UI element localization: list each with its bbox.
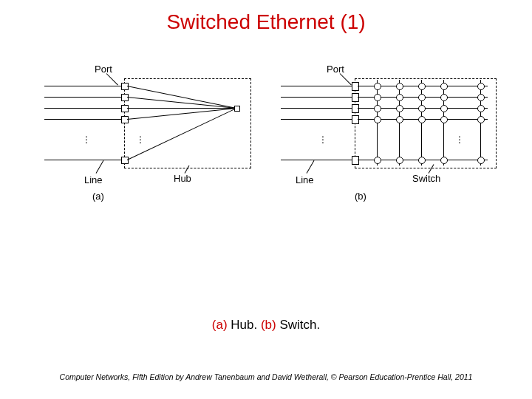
xpt bbox=[477, 105, 485, 112]
diagram-area: Port Line Hub (a) ··· ··· bbox=[0, 64, 532, 226]
xpt bbox=[396, 83, 403, 90]
caption: (a) Hub. (b) Switch. bbox=[0, 318, 532, 332]
xpt bbox=[396, 157, 403, 164]
switch-label: Switch bbox=[412, 173, 440, 184]
caption-b-prefix: (b) bbox=[261, 318, 276, 332]
line-4-ext bbox=[44, 119, 124, 120]
subfig-a-label: (a) bbox=[92, 191, 104, 202]
switch-body bbox=[355, 78, 497, 168]
xpt bbox=[396, 94, 403, 101]
line-pointer-b bbox=[307, 160, 315, 174]
port-pointer-b bbox=[340, 73, 352, 85]
line-3-inner bbox=[127, 108, 236, 109]
hub-apex bbox=[234, 106, 240, 112]
bport-1 bbox=[352, 82, 359, 91]
diagram-hub: Port Line Hub (a) ··· ··· bbox=[44, 64, 266, 211]
xpt bbox=[477, 83, 485, 90]
slide-title: Switched Ethernet (1) bbox=[0, 10, 532, 34]
xpt bbox=[396, 105, 403, 112]
caption-a-prefix: (a) bbox=[212, 318, 228, 332]
xpt bbox=[440, 116, 448, 123]
port-pointer bbox=[106, 73, 118, 85]
footer-citation: Computer Networks, Fifth Edition by Andr… bbox=[0, 372, 532, 381]
bport-2 bbox=[352, 93, 359, 102]
dots-outer-b: ··· bbox=[321, 134, 324, 143]
xpt bbox=[418, 116, 426, 123]
line-3-ext bbox=[44, 108, 124, 109]
xpt bbox=[477, 157, 485, 164]
bline-2-ext bbox=[281, 97, 355, 98]
port-3 bbox=[121, 105, 129, 112]
subfig-b-label: (b) bbox=[355, 191, 366, 202]
xpt bbox=[418, 83, 426, 90]
xpt bbox=[374, 116, 381, 123]
caption-a-text: Hub. bbox=[228, 318, 261, 332]
port-5 bbox=[121, 157, 129, 164]
xpt bbox=[374, 83, 381, 90]
dots-outer-a: ··· bbox=[85, 134, 88, 143]
xpt bbox=[374, 94, 381, 101]
line-pointer-a bbox=[96, 160, 104, 174]
diagram-switch: Port Line Switch (b) bbox=[281, 64, 517, 211]
xpt bbox=[477, 94, 485, 101]
caption-b-text: Switch. bbox=[276, 318, 321, 332]
line-1-ext bbox=[44, 86, 124, 86]
line-2-ext bbox=[44, 97, 124, 98]
xpt bbox=[477, 116, 485, 123]
xpt bbox=[396, 116, 403, 123]
bport-3 bbox=[352, 104, 359, 113]
bport-5 bbox=[352, 156, 359, 165]
line-label: Line bbox=[84, 174, 103, 185]
port-4 bbox=[121, 116, 129, 123]
xpt bbox=[418, 157, 426, 164]
xpt bbox=[418, 94, 426, 101]
port-label: Port bbox=[95, 64, 112, 75]
xpt bbox=[440, 83, 448, 90]
hub-body bbox=[124, 78, 251, 168]
xpt bbox=[440, 94, 448, 101]
dots-inner-a: ··· bbox=[139, 134, 142, 143]
bline-5-ext bbox=[281, 160, 355, 160]
dots-cols-b: ··· bbox=[458, 134, 461, 143]
bport-4 bbox=[352, 115, 359, 124]
port-label-b: Port bbox=[327, 64, 344, 75]
bline-3-ext bbox=[281, 108, 355, 109]
xpt bbox=[374, 105, 381, 112]
line-label-b: Line bbox=[296, 174, 314, 185]
bline-4-ext bbox=[281, 119, 355, 120]
bline-1-ext bbox=[281, 86, 355, 86]
xpt bbox=[440, 105, 448, 112]
xpt bbox=[440, 157, 448, 164]
xpt bbox=[374, 157, 381, 164]
xpt bbox=[418, 105, 426, 112]
hub-label: Hub bbox=[174, 173, 191, 184]
line-5-ext bbox=[44, 160, 124, 160]
